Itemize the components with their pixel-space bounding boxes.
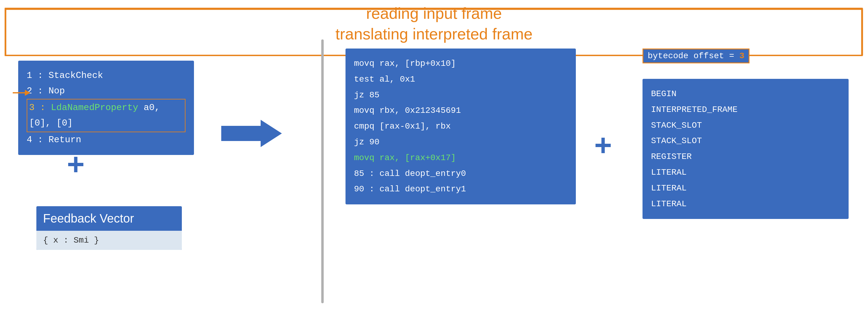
line3-box: 3 : LdaNamedProperty a0, [0], [0]: [27, 99, 185, 132]
arrow-shaft: [13, 92, 25, 93]
translation-box: BEGIN INTERPRETED_FRAME STACK_SLOT STACK…: [643, 79, 848, 219]
asm-line-4: movq rbx, 0x212345691: [354, 103, 567, 119]
feedback-title: Feedback Vector: [36, 206, 182, 231]
asm-line-8: 85 : call deopt_entry0: [354, 166, 567, 182]
bytecode-line-1: 1 : StackCheck: [27, 68, 185, 83]
header-titles: reading input frame translating interpre…: [0, 3, 868, 44]
line3-prefix: 3 :: [29, 102, 51, 113]
asm-line-5: cmpq [rax-0x1], rbx: [354, 119, 567, 134]
plus-sign-center: +: [594, 130, 612, 165]
svg-marker-1: [221, 120, 282, 147]
asm-line-6: jz 90: [354, 134, 567, 150]
tr-line-1: BEGIN: [651, 86, 840, 102]
tr-line-2: INTERPRETED_FRAME: [651, 102, 840, 118]
asm-line-3: jz 85: [354, 87, 567, 103]
tr-line-7: LITERAL: [651, 180, 840, 196]
tr-line-3: STACK_SLOT: [651, 118, 840, 133]
asm-line-7: movq rax, [rax+0x17]: [354, 150, 567, 166]
page-container: reading input frame translating interpre…: [0, 0, 868, 336]
title-line-2: translating interpreted frame: [0, 24, 868, 44]
feedback-vector-box: Feedback Vector { x : Smi }: [36, 206, 182, 250]
line3-keyword: LdaNamedProperty: [51, 102, 138, 113]
tr-line-5: REGISTER: [651, 149, 840, 165]
title-line-1: reading input frame: [0, 3, 868, 24]
asm-line-2: test al, 0x1: [354, 71, 567, 87]
asm-line-9: 90 : call deopt_entry1: [354, 181, 567, 197]
arrow-svg: [221, 118, 282, 149]
plus-sign-left: +: [67, 152, 85, 182]
arrow-indicator: [13, 90, 30, 96]
bytecode-line-2: 2 : Nop: [27, 83, 185, 99]
asm-line-1: movq rax, [rbp+0x10]: [354, 56, 567, 71]
bytecode-line-3: 3 : LdaNamedProperty a0, [0], [0]: [27, 99, 185, 132]
bytecode-offset-value: 3: [739, 51, 744, 61]
bytecode-offset-badge: bytecode offset = 3: [643, 49, 749, 63]
bytecode-line-4: 4 : Return: [27, 132, 185, 148]
tr-line-4: STACK_SLOT: [651, 133, 840, 149]
feedback-content: { x : Smi }: [36, 231, 182, 250]
big-arrow: [221, 118, 282, 150]
arrow-head: [25, 90, 30, 96]
bytecode-offset-label: bytecode offset =: [648, 51, 739, 61]
vertical-divider: [321, 39, 324, 303]
tr-line-6: LITERAL: [651, 165, 840, 180]
tr-line-8: LITERAL: [651, 196, 840, 212]
assembly-box: movq rax, [rbp+0x10] test al, 0x1 jz 85 …: [345, 49, 576, 204]
bytecode-box: 1 : StackCheck 2 : Nop 3 : LdaNamedPrope…: [18, 61, 194, 155]
